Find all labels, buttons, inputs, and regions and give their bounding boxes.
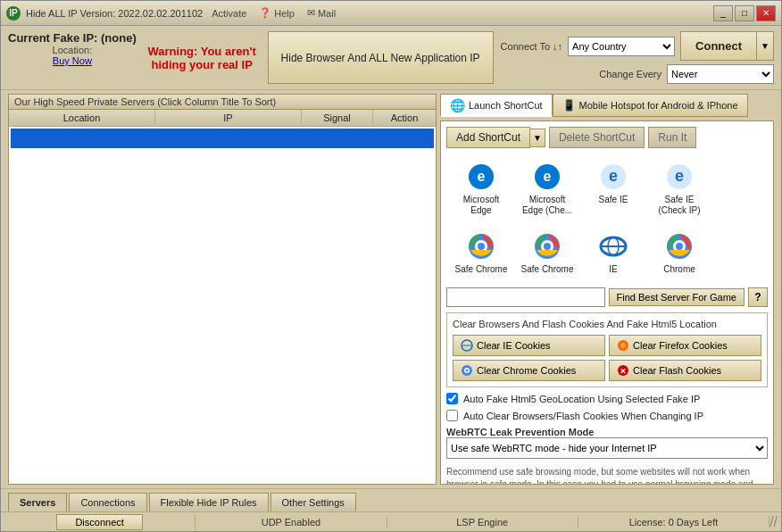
server-panel-title: Our High Speed Private Servers (Click Co… [9, 95, 436, 110]
app-label: IE [609, 264, 617, 275]
col-location[interactable]: Location [9, 110, 155, 126]
fake-ip-box: Current Fake IP: (none) Location: Buy No… [8, 31, 137, 84]
game-help-button[interactable]: ? [748, 287, 768, 307]
clear-ie-button[interactable]: Clear IE Cookies [453, 335, 605, 356]
right-panel: 🌐 Launch ShortCut 📱 Mobile Hotspot for A… [440, 94, 774, 485]
col-action[interactable]: Action [373, 110, 436, 126]
app-label: Safe Chrome [521, 264, 574, 275]
server-row-selected[interactable] [11, 129, 434, 148]
server-panel: Our High Speed Private Servers (Click Co… [8, 94, 437, 485]
connect-button[interactable]: Connect [680, 31, 757, 61]
flash-cookie-icon: ✕ [617, 364, 629, 377]
server-table-header: Location IP Signal Action [9, 110, 436, 127]
server-input[interactable] [446, 287, 605, 307]
app-microsoft-edge[interactable]: e Microsoft Edge [450, 157, 512, 220]
app-label: Microsoft Edge (Che... [520, 195, 575, 216]
cookies-section: Clear Browsers And Flash Cookies And Fak… [446, 312, 768, 387]
bottom-tabs: Servers Connections Flexible Hide IP Rul… [1, 488, 781, 511]
title-bar: IP Hide ALL IP Version: 2022.02.02.20110… [1, 1, 781, 26]
country-select[interactable]: Any Country [568, 37, 675, 56]
cookies-title: Clear Browsers And Flash Cookies And Fak… [453, 319, 761, 329]
chrome-icon [663, 230, 695, 262]
app-label: Chrome [663, 264, 695, 275]
fake-ip-label: Current Fake IP: (none) [8, 31, 137, 45]
activate-button[interactable]: Activate [208, 6, 250, 21]
tab-other-settings[interactable]: Other Settings [270, 493, 356, 511]
clear-firefox-button[interactable]: Clear Firefox Cookies [609, 335, 761, 356]
app-safe-ie[interactable]: e Safe IE [582, 157, 645, 220]
edge-check-icon: e [531, 161, 563, 193]
run-it-button[interactable]: Run It [648, 127, 696, 148]
disconnect-section: Disconnect [4, 514, 196, 530]
app-safe-ie-check[interactable]: e Safe IE (Check IP) [648, 157, 711, 220]
add-shortcut-button[interactable]: Add ShortCut [446, 127, 530, 148]
app-chrome[interactable]: Chrome [648, 227, 711, 278]
svg-text:✕: ✕ [620, 367, 627, 376]
buy-now-link[interactable]: Buy Now [53, 55, 92, 66]
clear-flash-button[interactable]: ✕ Clear Flash Cookies [609, 360, 761, 381]
svg-text:e: e [478, 169, 486, 184]
app-window: IP Hide ALL IP Version: 2022.02.02.20110… [0, 0, 782, 532]
connect-to-label: Connect To ↓↑ [501, 41, 563, 52]
license-status: License: 0 Days Left [578, 517, 770, 528]
shortcut-tabs: 🌐 Launch ShortCut 📱 Mobile Hotspot for A… [440, 94, 774, 117]
chrome-cookie-icon [461, 364, 473, 377]
delete-shortcut-button[interactable]: Delete ShortCut [549, 127, 645, 148]
status-bar: Disconnect UDP Enabled LSP Engine Licens… [1, 511, 781, 531]
webrtc-select[interactable]: Use safe WebRTC mode - hide your Interne… [446, 437, 768, 459]
col-ip[interactable]: IP [155, 110, 302, 126]
change-every-select[interactable]: Never [667, 64, 774, 84]
auto-fake-html5-checkbox[interactable] [446, 393, 458, 404]
app-safe-chrome-2[interactable]: Safe Chrome [516, 227, 578, 278]
auto-clear-cookies-row: Auto Clear Browsers/Flash Cookies When C… [446, 410, 768, 421]
auto-clear-cookies-label: Auto Clear Browsers/Flash Cookies When C… [463, 411, 703, 421]
shortcut-toolbar: Add ShortCut ▼ Delete ShortCut Run It [446, 127, 768, 148]
app-label: Safe Chrome [455, 264, 508, 275]
tab-connections[interactable]: Connections [69, 493, 146, 511]
clear-chrome-button[interactable]: Clear Chrome Cookies [453, 360, 605, 381]
ie-cookie-icon [461, 339, 473, 352]
ie-icon [597, 230, 629, 262]
hide-browser-button[interactable]: Hide Browser And ALL New Application IP [268, 31, 494, 84]
close-button[interactable]: ✕ [756, 5, 776, 21]
server-input-row: Find Best Server For Game ? [446, 287, 768, 307]
svg-text:e: e [544, 169, 552, 184]
app-ie[interactable]: IE [582, 227, 645, 278]
maximize-button[interactable]: □ [735, 5, 754, 21]
connect-section: Connect To ↓↑ Any Country Connect ▼ Chan… [501, 31, 774, 84]
safe-ie-check-icon: e [663, 161, 695, 193]
tab-launch-shortcut[interactable]: 🌐 Launch ShortCut [440, 94, 553, 117]
app-microsoft-edge-check[interactable]: e Microsoft Edge (Che... [516, 157, 578, 220]
mobile-icon: 📱 [562, 99, 576, 112]
svg-point-26 [466, 370, 469, 372]
auto-fake-html5-label: Auto Fake Html5 GeoLocation Using Select… [463, 394, 700, 404]
svg-point-13 [544, 243, 551, 250]
safe-chrome-2-icon [531, 230, 563, 262]
col-signal[interactable]: Signal [302, 110, 373, 126]
minimize-button[interactable]: _ [713, 5, 733, 21]
app-safe-chrome-1[interactable]: Safe Chrome [450, 227, 512, 278]
launch-icon: 🌐 [450, 98, 465, 112]
app-label: Safe IE [599, 195, 628, 205]
tab-mobile-hotspot[interactable]: 📱 Mobile Hotspot for Android & IPhone [553, 94, 748, 117]
add-shortcut-dropdown[interactable]: ▼ [530, 129, 545, 147]
safe-chrome-1-icon [465, 230, 497, 262]
find-server-button[interactable]: Find Best Server For Game [609, 288, 745, 306]
edge-icon: e [465, 161, 497, 193]
auto-clear-cookies-checkbox[interactable] [446, 410, 458, 421]
help-button[interactable]: ❓ Help [255, 5, 298, 21]
svg-text:e: e [609, 167, 618, 185]
app-icon: IP [6, 6, 21, 21]
svg-point-23 [620, 343, 626, 348]
recommend-text: Recommend use safe browsing mode, but so… [446, 464, 768, 485]
app-icons-grid: e Microsoft Edge e Microso [446, 154, 768, 282]
location-label: Location: [53, 45, 93, 55]
disconnect-button[interactable]: Disconnect [56, 514, 142, 530]
lsp-status: LSP Engine [387, 517, 578, 528]
svg-point-19 [676, 243, 683, 250]
webrtc-label: WebRTC Leak Prevention Mode [446, 427, 768, 437]
mail-button[interactable]: ✉ Mail [304, 5, 339, 21]
tab-flexible-rules[interactable]: Flexible Hide IP Rules [149, 493, 269, 511]
connect-dropdown-button[interactable]: ▼ [757, 31, 774, 61]
tab-servers[interactable]: Servers [8, 493, 67, 511]
